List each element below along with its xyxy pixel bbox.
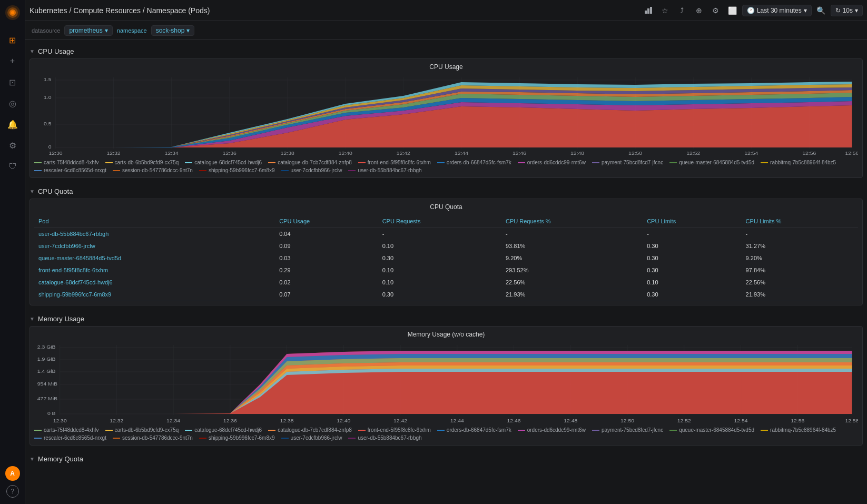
cpu-limits-cell: 0.10 (643, 276, 741, 289)
svg-text:12:36: 12:36 (223, 418, 237, 423)
legend-item: orders-db-66847d5fc-fsm7k (437, 427, 511, 433)
cpu-requests-cell: 0.10 (378, 240, 501, 252)
legend-item: orders-dd6cddc99-rmt6w (518, 427, 586, 433)
cpu-quota-title: CPU Quota (38, 187, 73, 195)
pod-link[interactable]: queue-master-6845884d5-tvd5d (34, 252, 275, 264)
search-icon[interactable]: 🔍 (814, 3, 829, 18)
legend-item: carts-75f48ddcd8-4xhfv (34, 427, 99, 433)
cpu-usage-cell: 0.03 (275, 252, 378, 264)
cpu-usage-header[interactable]: ▼ CPU Usage (29, 44, 863, 58)
cpu-quota-section: ▼ CPU Quota CPU Quota Pod CPU Usage CPU … (29, 184, 863, 305)
svg-text:0.5: 0.5 (44, 121, 51, 126)
memory-quota-header[interactable]: ▼ Memory Quota (29, 452, 863, 466)
panel-view-icon[interactable] (641, 3, 656, 18)
cpu-limits-pct-cell: 22.56% (742, 276, 858, 289)
svg-text:12:50: 12:50 (620, 418, 635, 423)
cpu-requests-cell: 0.30 (378, 289, 501, 301)
col-cpu-usage[interactable]: CPU Usage (275, 215, 378, 228)
svg-text:12:34: 12:34 (166, 418, 181, 423)
svg-text:12:40: 12:40 (337, 418, 351, 423)
svg-text:12:54: 12:54 (744, 151, 758, 156)
sidebar-item-explore[interactable]: ◎ (4, 95, 21, 112)
refresh-picker[interactable]: ↻ 10s ▾ (831, 5, 863, 16)
chevron-icon: ▼ (29, 456, 35, 462)
svg-text:12:44: 12:44 (450, 418, 465, 423)
legend-item: rabbitmq-7b5c88964f-84bz5 (761, 160, 836, 165)
time-range-picker[interactable]: 🕐 Last 30 minutes ▾ (742, 5, 812, 16)
cpu-requests-pct-cell: 21.93% (501, 289, 643, 301)
cpu-requests-pct-cell: 93.81% (501, 240, 643, 252)
svg-text:12:40: 12:40 (339, 151, 353, 156)
svg-text:1.0: 1.0 (44, 95, 52, 100)
cpu-requests-pct-cell: 293.52% (501, 264, 643, 276)
legend-item: orders-db-66847d5fc-fsm7k (437, 160, 511, 165)
svg-text:12:52: 12:52 (686, 151, 700, 156)
pod-link[interactable]: user-db-55b884bc67-rbbgh (34, 228, 275, 240)
datasource-dropdown[interactable]: prometheus ▾ (64, 25, 112, 36)
sidebar-item-server-admin[interactable]: 🛡 (4, 158, 21, 175)
svg-text:12:34: 12:34 (165, 151, 179, 156)
dashboard-content: ▼ CPU Usage CPU Usage 1.5 1.0 0.5 0 (25, 40, 867, 504)
page-title: Kubernetes / Compute Resources / Namespa… (29, 6, 637, 15)
legend-item: user-db-55b884bc67-rbbgh (348, 167, 421, 173)
table-row: shipping-59b996fcc7-6m8x9 0.07 0.30 21.9… (34, 289, 858, 301)
chevron-icon: ▼ (29, 316, 35, 322)
svg-text:12:46: 12:46 (507, 418, 521, 423)
legend-item: catalogue-68dcf745cd-hwdj6 (185, 160, 262, 165)
monitor-icon[interactable]: ⬜ (725, 3, 740, 18)
col-cpu-limits-pct[interactable]: CPU Limits % (742, 215, 858, 228)
pod-link[interactable]: shipping-59b996fcc7-6m8x9 (34, 289, 275, 301)
memory-quota-section: ▼ Memory Quota (29, 452, 863, 466)
sidebar-item-add[interactable]: + (4, 53, 21, 70)
memory-usage-chart: 2.3 GiB 1.9 GiB 1.4 GiB 954 MiB 477 MiB … (34, 342, 858, 441)
pod-link[interactable]: front-end-5f95f8c8fc-6txhm (34, 264, 275, 276)
cpu-quota-header[interactable]: ▼ CPU Quota (29, 184, 863, 199)
legend-item: carts-75f48ddcd8-4xhfv (34, 160, 99, 165)
memory-usage-legend: carts-75f48ddcd8-4xhfvcarts-db-6b5bd9cfd… (34, 427, 858, 441)
grafana-logo[interactable] (4, 4, 21, 21)
star-icon[interactable]: ☆ (658, 3, 673, 18)
chevron-icon: ▼ (29, 189, 35, 194)
user-avatar[interactable]: A (5, 466, 20, 481)
svg-text:12:58: 12:58 (845, 151, 858, 156)
svg-text:12:52: 12:52 (677, 418, 691, 423)
cpu-requests-pct-cell: 9.20% (501, 252, 643, 264)
sidebar-item-alerting[interactable]: 🔔 (4, 116, 21, 133)
pod-link[interactable]: catalogue-68dcf745cd-hwdj6 (34, 276, 275, 289)
cycle-icon[interactable]: ⊕ (692, 3, 706, 18)
cpu-usage-title: CPU Usage (38, 47, 74, 55)
legend-item: carts-db-6b5bd9cfd9-cx75q (105, 160, 179, 165)
sidebar-item-dashboards[interactable]: ⊡ (4, 74, 21, 91)
memory-quota-title: Memory Quota (38, 455, 83, 463)
svg-text:12:48: 12:48 (570, 151, 584, 156)
svg-text:12:38: 12:38 (281, 151, 294, 156)
sidebar-item-configuration[interactable]: ⚙ (4, 137, 21, 154)
svg-text:954 MiB: 954 MiB (37, 381, 57, 387)
legend-item: catalogue-db-7cb7cdf884-znfp8 (268, 160, 352, 165)
cpu-limits-pct-cell: - (742, 228, 858, 240)
svg-text:2.3 GiB: 2.3 GiB (37, 344, 56, 350)
memory-usage-header[interactable]: ▼ Memory Usage (29, 312, 863, 326)
legend-item: carts-db-6b5bd9cfd9-cx75q (105, 427, 179, 433)
svg-text:0: 0 (48, 144, 52, 150)
settings-icon[interactable]: ⚙ (708, 3, 723, 18)
legend-item: session-db-547786dccc-9nt7n (113, 435, 193, 441)
cpu-usage-chart: 1.5 1.0 0.5 0 (34, 75, 858, 173)
col-cpu-limits[interactable]: CPU Limits (643, 215, 741, 228)
pod-link[interactable]: user-7cdcfbb966-jrclw (34, 240, 275, 252)
col-pod[interactable]: Pod (34, 215, 275, 228)
sidebar-item-help[interactable]: ? (6, 485, 19, 498)
cpu-limits-pct-cell: 31.27% (742, 240, 858, 252)
share-icon[interactable]: ⤴ (675, 3, 689, 18)
col-cpu-requests-pct[interactable]: CPU Requests % (501, 215, 643, 228)
cpu-quota-panel-title: CPU Quota (34, 203, 858, 211)
svg-text:12:44: 12:44 (455, 151, 469, 156)
col-cpu-requests[interactable]: CPU Requests (378, 215, 501, 228)
namespace-dropdown[interactable]: sock-shop ▾ (151, 25, 195, 36)
cpu-limits-pct-cell: 97.84% (742, 264, 858, 276)
svg-text:12:48: 12:48 (564, 418, 577, 423)
legend-item: user-7cdcfbb966-jrclw (281, 167, 342, 173)
legend-item: rescaler-6cd6c8565d-nrxgt (34, 167, 106, 173)
svg-rect-5 (647, 8, 649, 14)
sidebar-item-search[interactable]: ⊞ (4, 32, 21, 48)
